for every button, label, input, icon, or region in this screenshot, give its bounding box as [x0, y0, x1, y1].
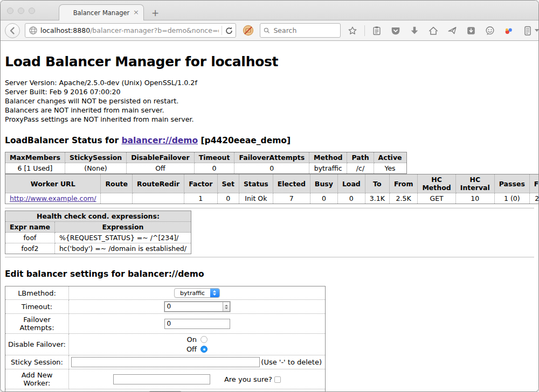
- submit-button[interactable]: Submit: [148, 391, 182, 391]
- column-header: From: [389, 174, 418, 193]
- save-page-button[interactable]: [464, 24, 478, 38]
- edit-balancer-form: LBmethod: bytraffic Timeout: 0: [5, 286, 326, 391]
- table-cell: bytraffic: [309, 163, 347, 174]
- expression-cell: %{REQUEST_STATUS} =~ /^[234]/: [54, 233, 191, 243]
- column-header: Expr name: [5, 222, 55, 233]
- section-divider: [5, 208, 534, 208]
- disable-failover-on-radio[interactable]: [201, 336, 208, 343]
- table-cell: Yes: [374, 163, 406, 174]
- are-you-sure-label: Are you sure?: [224, 375, 281, 383]
- sticky-session-input[interactable]: [71, 357, 260, 367]
- timeout-value: 0: [165, 302, 223, 311]
- expr-name-cell: foof2: [5, 243, 55, 254]
- table-cell: 7: [273, 193, 310, 204]
- timeout-input[interactable]: 0: [164, 302, 230, 312]
- sticky-session-label: Sticky Session:: [5, 355, 69, 369]
- are-you-sure-checkbox[interactable]: [274, 376, 281, 383]
- new-tab-button[interactable]: +: [151, 9, 159, 17]
- edit-settings-heading: Edit balancer settings for balancer://de…: [5, 269, 534, 279]
- worker-url-link[interactable]: http://www.example.com/: [10, 194, 96, 202]
- star-icon: [347, 25, 358, 36]
- balancer-status-header-row: MaxMembersStickySessionDisableFailoverTi…: [5, 152, 407, 163]
- status-heading-suffix: [p4420eeae_demo]: [198, 136, 291, 145]
- column-header: Timeout: [194, 152, 234, 163]
- status-heading: LoadBalancer Status for balancer://demo …: [5, 136, 534, 145]
- worker-table: Worker URL Route RouteRedir Factor Set S…: [5, 174, 538, 204]
- reload-icon[interactable]: [225, 26, 233, 35]
- tab-close-icon[interactable]: ×: [133, 9, 139, 16]
- reading-list-button[interactable]: [370, 24, 384, 38]
- back-button[interactable]: [5, 23, 20, 38]
- extension-dots-button[interactable]: [502, 24, 516, 38]
- column-header: MaxMembers: [5, 152, 65, 163]
- tab-bar: Balancer Manager × +: [1, 1, 538, 20]
- feedback-button[interactable]: [483, 24, 497, 38]
- off-label: Off: [186, 345, 197, 353]
- session-manager-button[interactable]: [521, 24, 539, 38]
- minimize-window-button[interactable]: [18, 8, 24, 14]
- add-worker-input[interactable]: [113, 374, 210, 384]
- table-cell: [101, 193, 133, 204]
- download-arrow-icon: [409, 25, 420, 36]
- disable-failover-off-radio[interactable]: [201, 346, 208, 353]
- close-window-button[interactable]: [7, 8, 13, 14]
- send-tab-button[interactable]: [445, 24, 459, 38]
- table-cell: 0: [337, 193, 365, 204]
- lbmethod-select[interactable]: bytraffic: [174, 288, 220, 298]
- failover-attempts-row: Failover Attempts:: [5, 314, 326, 334]
- lbmethod-selected-value: bytraffic: [175, 290, 210, 297]
- downloads-button[interactable]: [407, 24, 421, 38]
- column-header: RouteRedir: [133, 174, 184, 193]
- paper-plane-icon: [447, 25, 458, 36]
- balancer-demo-link[interactable]: balancer://demo: [121, 136, 198, 145]
- url-divider: [222, 26, 222, 35]
- column-header: Passes: [494, 174, 529, 193]
- battery-list-icon: [523, 25, 533, 36]
- home-button[interactable]: [426, 24, 440, 38]
- failover-attempts-input[interactable]: [164, 319, 230, 329]
- globe-icon: [29, 26, 38, 35]
- table-cell: 2 (0): [529, 193, 538, 204]
- select-stepper-icon: [210, 289, 219, 297]
- tab-balancer-manager[interactable]: Balancer Manager ×: [59, 4, 144, 20]
- server-info-line: Server Version: Apache/2.5.0-dev (Unix) …: [5, 78, 534, 87]
- server-info-line: Balancer changes will NOT be persisted o…: [5, 96, 534, 106]
- url-text[interactable]: localhost:8880/balancer-manager?b=demo&n…: [40, 26, 219, 34]
- pocket-button[interactable]: [389, 24, 403, 38]
- health-table-title: Health check cond. expressions:: [5, 211, 191, 222]
- url-path: /balancer-manager?b=demo&nonce=decc37be-…: [90, 26, 219, 34]
- zoom-window-button[interactable]: [29, 8, 35, 14]
- bookmark-button[interactable]: [345, 24, 360, 38]
- server-info-line: Server Built: Feb 9 2016 07:00:20: [5, 87, 534, 96]
- table-cell: 1 (0): [494, 193, 529, 204]
- table-cell: 2.5K: [389, 193, 418, 204]
- balancer-status-row: 6 [1 Used](None)Off00bytraffic/c/Yes: [5, 163, 407, 174]
- search-bar[interactable]: [260, 23, 341, 38]
- table-cell: Init Ok: [239, 193, 273, 204]
- column-header: Method: [309, 152, 347, 163]
- url-bar[interactable]: localhost:8880/balancer-manager?b=demo&n…: [25, 23, 236, 38]
- table-cell: 0: [217, 193, 239, 204]
- navigation-toolbar: localhost:8880/balancer-manager?b=demo&n…: [1, 20, 538, 41]
- table-cell: GET: [418, 193, 455, 204]
- table-cell: 3.1K: [365, 193, 389, 204]
- search-input[interactable]: [272, 26, 337, 35]
- expression-cell: hc('body') =~ /domain is established/: [54, 243, 191, 254]
- column-header: HC Method: [418, 174, 455, 193]
- health-check-table: Health check cond. expressions: Expr nam…: [5, 211, 191, 254]
- table-cell: 0: [194, 163, 234, 174]
- server-info: Server Version: Apache/2.5.0-dev (Unix) …: [5, 78, 534, 124]
- table-cell: 1: [184, 193, 217, 204]
- worker-row: http://www.example.com/ 1 0 Init Ok 7 0 …: [5, 193, 539, 204]
- browser-window: Balancer Manager × + localhost:8880/bala…: [0, 0, 539, 392]
- column-header: Factor: [184, 174, 217, 193]
- number-spinner-icon[interactable]: [223, 302, 230, 311]
- tab-title: Balancer Manager: [73, 9, 130, 17]
- on-label: On: [186, 335, 197, 344]
- section-divider: [5, 257, 534, 257]
- page-content: Load Balancer Manager for localhost Serv…: [1, 41, 538, 391]
- expr-name-cell: foof: [5, 233, 55, 243]
- image-blocker-extension-button[interactable]: [241, 24, 255, 38]
- column-header: StickySession: [65, 152, 126, 163]
- blocked-images-icon: [243, 25, 254, 36]
